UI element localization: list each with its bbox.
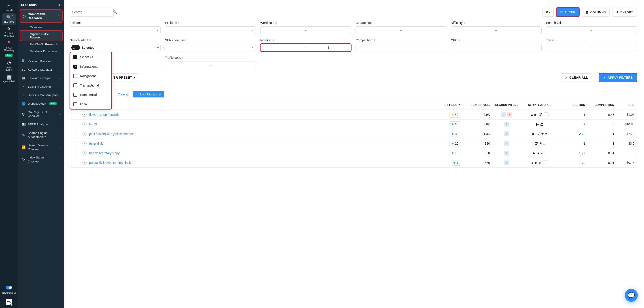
checkbox[interactable]: [73, 93, 77, 97]
filter-preset-button[interactable]: ER PRESET ▾: [110, 73, 138, 82]
col-header[interactable]: SEARCH VOL.: [463, 102, 492, 108]
info-icon[interactable]: i: [464, 21, 465, 24]
intent-option-commercial[interactable]: Commercial: [70, 90, 111, 99]
sidebar-item-search-volume-checker[interactable]: 📶Search Volume Checker⌄: [18, 141, 64, 153]
sidebar-item-backlink-gap-analyzer[interactable]: ⇲Backlink Gap Analyzer: [18, 91, 64, 99]
chat-button[interactable]: 💬: [625, 289, 638, 302]
sidebar-item-keyword-research[interactable]: 🔍Keyword Research⌄: [18, 57, 64, 65]
sidebar-item-index-status-checker[interactable]: ↻Index Status Checker⌄: [18, 153, 64, 166]
sidebar-item-keyword-grouper[interactable]: ⊞Keyword Grouper⌄: [18, 74, 64, 82]
range-from-input[interactable]: [165, 63, 210, 67]
keyword-link[interactable]: flowers shop network: [89, 113, 119, 116]
range-from-input[interactable]: [260, 28, 305, 32]
keyword-link[interactable]: peace lily leaves turning black: [89, 161, 131, 165]
chip-remove-icon[interactable]: ✕: [76, 46, 78, 49]
avatar[interactable]: YD ⚙: [6, 299, 12, 305]
info-icon[interactable]: i: [556, 39, 557, 42]
col-header[interactable]: COMPETITION: [588, 102, 616, 108]
intent-option-select-all[interactable]: Select All: [70, 52, 111, 62]
search-input-wrap[interactable]: 🔍: [70, 7, 114, 16]
sidebar-item-on-page-seo-checker[interactable]: ⦿On-Page SEO Checker⌄: [18, 108, 64, 120]
sidebar-sub-paid-traffic-research[interactable]: Paid Traffic Research: [20, 41, 62, 48]
range-from-input[interactable]: [451, 28, 495, 32]
expand-row-icon[interactable]: +: [82, 122, 86, 126]
range-from-input[interactable]: [451, 46, 495, 49]
expand-row-icon[interactable]: +: [82, 151, 86, 155]
search-input[interactable]: [72, 10, 111, 14]
copy-button[interactable]: ⧉ ▾: [542, 7, 554, 16]
clear-all-button[interactable]: ✕ CLEAR ALL: [560, 73, 592, 82]
apply-filters-button[interactable]: ✓ APPLY FILTERS: [599, 73, 637, 82]
rail-item-seo-tools[interactable]: 🔍SEO Tools: [2, 13, 16, 25]
sidebar-item-search-engine-autocomplete[interactable]: ✎Search Engine Autocomplete⌄: [18, 129, 64, 141]
clear-all-link[interactable]: Clear all: [118, 92, 129, 96]
info-icon[interactable]: i: [182, 56, 183, 59]
sidebar-sub-database-expansion[interactable]: Database Expansion: [20, 48, 62, 55]
range-from-input[interactable]: [260, 46, 305, 49]
row-checkbox[interactable]: [75, 122, 75, 126]
intent-option-transactional[interactable]: Transactional: [70, 81, 111, 90]
sidebar-item-serp-analyzer[interactable]: 📊SERP Analyzer⌄: [18, 120, 64, 129]
info-icon[interactable]: i: [178, 21, 179, 24]
info-icon[interactable]: i: [82, 21, 82, 24]
row-checkbox[interactable]: [75, 161, 75, 165]
intent-option-local[interactable]: Local: [70, 99, 111, 109]
sidebar-sub-organic-traffic-research[interactable]: Organic Traffic Research: [20, 31, 62, 41]
sidebar-sub-overview[interactable]: Overview: [20, 24, 62, 31]
info-icon[interactable]: i: [90, 39, 90, 42]
filter-button[interactable]: ☰ FILTER: [556, 7, 579, 16]
more-features-icon[interactable]: ⋯: [543, 160, 548, 165]
sidebar-item-backlink-checker[interactable]: ✓Backlink Checker⌄: [18, 82, 64, 91]
sidebar-item-keyword-manager[interactable]: 🗝Keyword Manager: [18, 65, 64, 74]
range-from-input[interactable]: [356, 46, 400, 49]
info-icon[interactable]: i: [374, 39, 375, 42]
row-checkbox[interactable]: [75, 132, 75, 136]
col-header[interactable]: CPC: [616, 102, 636, 108]
range-to-input[interactable]: [497, 46, 541, 49]
keyword-link[interactable]: funeral lily: [89, 142, 103, 145]
range-to-input[interactable]: [592, 28, 636, 32]
range-to-input[interactable]: [592, 46, 636, 49]
filter-select[interactable]: ▾: [165, 26, 256, 34]
checkbox[interactable]: [73, 83, 77, 87]
collapse-sidebar-icon[interactable]: ⇤: [58, 3, 61, 7]
expand-row-icon[interactable]: +: [82, 113, 86, 117]
range-to-input[interactable]: [306, 28, 351, 32]
row-checkbox[interactable]: [75, 113, 75, 117]
rail-item-report-builder[interactable]: ◔Report Builder: [2, 59, 16, 73]
columns-button[interactable]: ▥ COLUMNS: [582, 7, 610, 16]
col-header[interactable]: SEARCH INTENT: [492, 102, 521, 108]
nav-group-competitive-research[interactable]: ◎ Competitive Research ⌃: [20, 10, 62, 22]
col-header[interactable]: [87, 103, 434, 107]
more-features-icon[interactable]: ⋯: [543, 112, 548, 117]
range-to-input[interactable]: [306, 46, 351, 49]
filter-select[interactable]: ▾: [165, 44, 256, 51]
intent-option-navigational[interactable]: Navigational: [70, 71, 111, 81]
rail-item-agency-pack[interactable]: 🏢Agency Pack: [2, 73, 16, 85]
info-icon[interactable]: i: [459, 39, 460, 42]
col-header[interactable]: SERP FEATURES: [521, 102, 558, 108]
info-icon[interactable]: i: [564, 21, 564, 24]
checkbox[interactable]: [73, 102, 77, 106]
rail-item-local-marketing[interactable]: 📍Local MarketingTrial: [2, 39, 16, 59]
info-icon[interactable]: i: [273, 39, 274, 42]
keyword-link[interactable]: happy secretary's day: [89, 151, 120, 155]
sidebar-item-website-audit[interactable]: 🌐Website AuditNew⌄: [18, 99, 64, 108]
range-to-input[interactable]: [497, 28, 541, 32]
save-filter-preset-button[interactable]: ✓ Save filter preset: [133, 91, 164, 97]
row-checkbox[interactable]: [75, 151, 75, 155]
range-from-input[interactable]: [546, 46, 590, 49]
checkbox[interactable]: [73, 74, 77, 78]
search-intent-select[interactable]: 1✕Selected▾✕Select All✓InformationalNavi…: [70, 44, 160, 51]
keyword-link[interactable]: fsnf2f: [89, 122, 97, 126]
filter-select[interactable]: ▾: [70, 26, 160, 34]
expand-row-icon[interactable]: +: [82, 161, 86, 165]
expand-row-icon[interactable]: +: [82, 141, 86, 145]
rail-item-content-marketing[interactable]: ✎Content Marketing: [2, 25, 16, 39]
range-from-input[interactable]: [546, 28, 590, 32]
new-menu-toggle[interactable]: [6, 286, 12, 290]
range-to-input[interactable]: [402, 28, 446, 32]
export-button[interactable]: ⬆ EXPORT: [612, 7, 637, 16]
checkbox[interactable]: ✓: [73, 65, 77, 69]
info-icon[interactable]: i: [188, 39, 188, 42]
